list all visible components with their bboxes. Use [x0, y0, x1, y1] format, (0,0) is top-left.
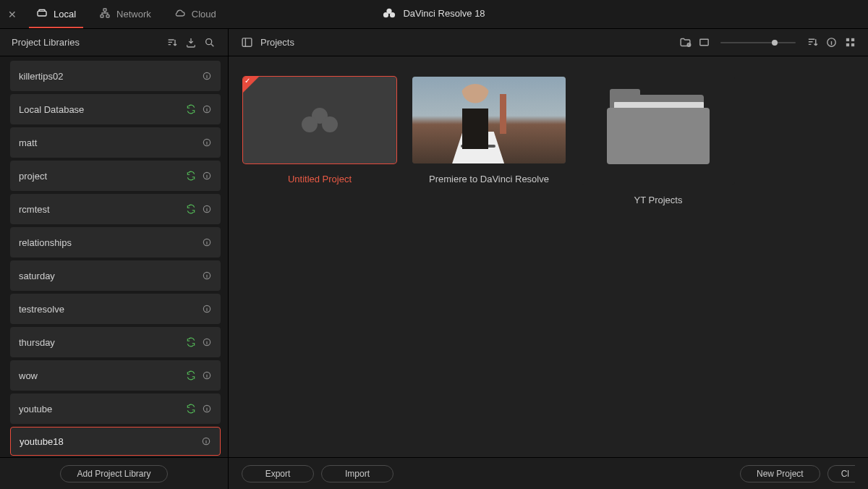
- info-icon[interactable]: [200, 302, 213, 315]
- library-item[interactable]: thursday: [10, 327, 221, 357]
- view-rect-icon[interactable]: [694, 36, 713, 48]
- library-item[interactable]: killertips02: [10, 61, 221, 91]
- library-name: youtube18: [20, 436, 200, 447]
- svg-rect-8: [242, 38, 252, 46]
- tab-cloud-label: Cloud: [192, 9, 216, 20]
- library-item[interactable]: Local Database: [10, 94, 221, 124]
- svg-rect-13: [851, 38, 854, 41]
- folder-icon: [603, 95, 715, 167]
- project-thumb-untitled[interactable]: [243, 77, 396, 163]
- project-title: YT Projects: [582, 195, 735, 205]
- zoom-knob[interactable]: [772, 40, 778, 46]
- library-name: saturday: [19, 271, 200, 281]
- info-icon[interactable]: [200, 69, 213, 82]
- library-name: thursday: [19, 337, 184, 348]
- sync-icon[interactable]: [184, 203, 197, 216]
- tab-network[interactable]: Network: [88, 0, 163, 28]
- content-title: Projects: [260, 37, 294, 48]
- disk-icon: [36, 7, 48, 21]
- network-icon: [99, 7, 111, 21]
- svg-rect-10: [699, 39, 707, 46]
- library-item[interactable]: saturday: [10, 260, 221, 291]
- library-item[interactable]: youtube18: [10, 427, 221, 456]
- info-icon[interactable]: [200, 336, 213, 349]
- library-name: testresolve: [19, 304, 200, 315]
- search-icon[interactable]: [200, 36, 219, 48]
- library-item[interactable]: project: [10, 161, 221, 191]
- svg-rect-12: [846, 38, 848, 41]
- app-title-label: DaVinci Resolve 18: [403, 8, 485, 19]
- library-item[interactable]: youtube: [10, 394, 221, 424]
- project-title: Premiere to DaVinci Resolve: [412, 174, 566, 184]
- import-icon[interactable]: [182, 36, 200, 48]
- library-list[interactable]: killertips02Local Databasemattprojectrcm…: [0, 56, 229, 457]
- tab-cloud[interactable]: Cloud: [163, 0, 228, 28]
- sync-icon[interactable]: [184, 369, 197, 382]
- sync-icon[interactable]: [184, 336, 197, 349]
- project-thumb-folder[interactable]: [582, 77, 735, 184]
- active-check-icon: [243, 77, 259, 93]
- project-item[interactable]: Premiere to DaVinci Resolve: [412, 77, 566, 184]
- info-icon[interactable]: [200, 269, 213, 282]
- svg-rect-15: [851, 43, 854, 46]
- svg-rect-3: [106, 15, 109, 17]
- info-icon[interactable]: [200, 203, 213, 216]
- library-name: wow: [19, 370, 184, 381]
- sort-content-icon[interactable]: [803, 36, 822, 48]
- info-icon[interactable]: [200, 236, 213, 249]
- sync-icon[interactable]: [184, 103, 197, 116]
- grid-view-icon[interactable]: [841, 36, 859, 48]
- sidebar-title: Project Libraries: [12, 37, 163, 48]
- svg-point-7: [206, 38, 212, 44]
- sync-icon[interactable]: [184, 169, 197, 182]
- library-item[interactable]: wow: [10, 360, 221, 391]
- library-item[interactable]: matt: [10, 127, 221, 158]
- svg-rect-14: [846, 43, 848, 46]
- add-project-library-button[interactable]: Add Project Library: [60, 465, 167, 482]
- svg-point-5: [383, 12, 388, 17]
- sidebar-toggle-icon[interactable]: [237, 36, 256, 48]
- tab-local[interactable]: Local: [25, 0, 88, 28]
- davinci-logo-icon: [302, 108, 338, 132]
- info-icon[interactable]: [200, 169, 213, 182]
- library-name: matt: [19, 137, 200, 148]
- project-title: Untitled Project: [243, 174, 396, 184]
- info-icon[interactable]: [200, 402, 213, 415]
- svg-rect-0: [38, 11, 46, 16]
- svg-point-6: [390, 12, 395, 17]
- project-item[interactable]: Untitled Project: [243, 77, 396, 184]
- close-button[interactable]: Cl: [827, 465, 855, 482]
- cloud-icon: [174, 7, 186, 21]
- info-icon[interactable]: [822, 36, 841, 48]
- project-item[interactable]: YT Projects: [582, 77, 735, 184]
- tab-network-label: Network: [116, 9, 151, 20]
- library-name: rcmtest: [19, 204, 184, 215]
- photo-thumbnail: [412, 77, 566, 163]
- new-project-button[interactable]: New Project: [740, 465, 820, 482]
- library-name: project: [19, 171, 184, 182]
- sync-icon[interactable]: [184, 402, 197, 415]
- zoom-slider[interactable]: [720, 42, 796, 43]
- app-title: DaVinci Resolve 18: [383, 8, 485, 19]
- import-button[interactable]: Import: [321, 465, 393, 482]
- close-icon[interactable]: ✕: [0, 9, 25, 20]
- info-icon[interactable]: [200, 103, 213, 116]
- info-icon[interactable]: [200, 369, 213, 382]
- library-name: killertips02: [19, 71, 200, 82]
- info-icon[interactable]: [200, 136, 213, 149]
- info-icon[interactable]: [200, 435, 213, 448]
- svg-rect-2: [101, 15, 103, 17]
- library-name: relationships: [19, 237, 200, 248]
- svg-rect-1: [103, 9, 106, 11]
- sort-icon[interactable]: [163, 36, 182, 48]
- export-button[interactable]: Export: [242, 465, 314, 482]
- library-item[interactable]: rcmtest: [10, 194, 221, 224]
- library-name: Local Database: [19, 104, 184, 115]
- tab-local-label: Local: [54, 9, 76, 20]
- library-item[interactable]: testresolve: [10, 294, 221, 324]
- library-name: youtube: [19, 404, 184, 414]
- project-thumb-premiere[interactable]: [412, 77, 566, 163]
- new-folder-icon[interactable]: [676, 36, 694, 48]
- library-item[interactable]: relationships: [10, 227, 221, 258]
